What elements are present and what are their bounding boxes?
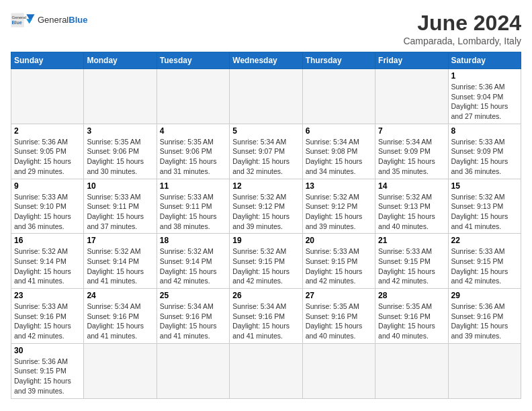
calendar-cell: 25Sunrise: 5:34 AMSunset: 9:16 PMDayligh… [157,289,229,344]
weekday-header: Saturday [448,52,521,69]
calendar-week-row: 16Sunrise: 5:32 AMSunset: 9:14 PMDayligh… [11,234,521,289]
day-info: Sunrise: 5:32 AMSunset: 9:15 PMDaylight:… [232,246,299,286]
calendar-table: SundayMondayTuesdayWednesdayThursdayFrid… [11,52,521,399]
day-number: 6 [306,126,372,136]
weekday-header: Wednesday [230,52,302,69]
calendar-header: SundayMondayTuesdayWednesdayThursdayFrid… [11,52,521,69]
day-info: Sunrise: 5:34 AMSunset: 9:07 PMDaylight:… [232,137,299,177]
weekday-row: SundayMondayTuesdayWednesdayThursdayFrid… [11,52,521,69]
day-number: 22 [451,236,518,245]
calendar-cell: 28Sunrise: 5:35 AMSunset: 9:16 PMDayligh… [375,289,448,344]
day-number: 30 [14,346,81,355]
day-info: Sunrise: 5:35 AMSunset: 9:16 PMDaylight:… [378,302,445,341]
day-number: 19 [232,236,299,245]
day-info: Sunrise: 5:33 AMSunset: 9:11 PMDaylight:… [160,192,226,232]
day-number: 15 [451,181,518,191]
day-number: 23 [14,291,81,300]
day-info: Sunrise: 5:33 AMSunset: 9:11 PMDaylight:… [87,192,153,232]
day-number: 21 [378,236,445,245]
weekday-header: Monday [84,52,157,69]
calendar-cell [157,69,229,124]
calendar-cell: 13Sunrise: 5:32 AMSunset: 9:12 PMDayligh… [302,179,375,234]
day-number: 2 [14,126,81,136]
day-number: 7 [378,126,445,136]
day-info: Sunrise: 5:32 AMSunset: 9:14 PMDaylight:… [160,246,226,286]
calendar-week-row: 1Sunrise: 5:36 AMSunset: 9:04 PMDaylight… [11,69,521,124]
day-number: 14 [378,181,445,191]
day-info: Sunrise: 5:32 AMSunset: 9:13 PMDaylight:… [451,192,518,232]
calendar-cell: 17Sunrise: 5:32 AMSunset: 9:14 PMDayligh… [84,234,157,289]
calendar-week-row: 9Sunrise: 5:33 AMSunset: 9:10 PMDaylight… [11,179,521,234]
day-number: 17 [87,236,153,245]
day-number: 12 [232,181,299,191]
day-info: Sunrise: 5:35 AMSunset: 9:16 PMDaylight:… [306,302,372,341]
calendar-cell: 24Sunrise: 5:34 AMSunset: 9:16 PMDayligh… [84,289,157,344]
day-info: Sunrise: 5:35 AMSunset: 9:06 PMDaylight:… [160,137,226,177]
weekday-header: Friday [375,52,448,69]
day-info: Sunrise: 5:33 AMSunset: 9:15 PMDaylight:… [306,246,372,286]
calendar-cell: 6Sunrise: 5:34 AMSunset: 9:08 PMDaylight… [302,124,375,179]
day-number: 4 [160,126,226,136]
calendar-cell [11,69,84,124]
day-info: Sunrise: 5:32 AMSunset: 9:13 PMDaylight:… [378,192,445,232]
calendar-cell: 10Sunrise: 5:33 AMSunset: 9:11 PMDayligh… [84,179,157,234]
calendar-body: 1Sunrise: 5:36 AMSunset: 9:04 PMDaylight… [11,69,521,399]
day-number: 8 [451,126,518,136]
day-number: 1 [451,71,518,81]
calendar-cell [375,69,448,124]
calendar-cell: 2Sunrise: 5:36 AMSunset: 9:05 PMDaylight… [11,124,84,179]
calendar-cell: 1Sunrise: 5:36 AMSunset: 9:04 PMDaylight… [448,69,521,124]
calendar-cell [302,343,375,398]
calendar-cell: 9Sunrise: 5:33 AMSunset: 9:10 PMDaylight… [11,179,84,234]
day-number: 20 [306,236,372,245]
svg-marker-4 [26,19,32,24]
day-info: Sunrise: 5:33 AMSunset: 9:16 PMDaylight:… [14,302,81,341]
calendar-subtitle: Camparada, Lombardy, Italy [403,36,521,46]
day-info: Sunrise: 5:36 AMSunset: 9:16 PMDaylight:… [451,302,518,341]
title-block: June 2024 Camparada, Lombardy, Italy [403,11,521,46]
day-info: Sunrise: 5:35 AMSunset: 9:06 PMDaylight:… [87,137,153,177]
day-number: 25 [160,291,226,300]
day-info: Sunrise: 5:32 AMSunset: 9:14 PMDaylight:… [87,246,153,286]
calendar-week-row: 30Sunrise: 5:36 AMSunset: 9:15 PMDayligh… [11,343,521,398]
calendar-cell: 16Sunrise: 5:32 AMSunset: 9:14 PMDayligh… [11,234,84,289]
day-number: 16 [14,236,81,245]
calendar-cell: 7Sunrise: 5:34 AMSunset: 9:09 PMDaylight… [375,124,448,179]
calendar-cell [230,69,302,124]
day-number: 24 [87,291,153,300]
calendar-cell: 26Sunrise: 5:34 AMSunset: 9:16 PMDayligh… [230,289,302,344]
day-info: Sunrise: 5:34 AMSunset: 9:09 PMDaylight:… [378,137,445,177]
calendar-cell [448,343,521,398]
calendar-cell: 14Sunrise: 5:32 AMSunset: 9:13 PMDayligh… [375,179,448,234]
day-info: Sunrise: 5:33 AMSunset: 9:15 PMDaylight:… [378,246,445,286]
calendar-cell [84,69,157,124]
day-number: 27 [306,291,372,300]
day-info: Sunrise: 5:33 AMSunset: 9:10 PMDaylight:… [14,192,81,232]
page-header: General Blue GeneralBlue June 2024 Campa… [11,11,521,46]
calendar-cell: 22Sunrise: 5:33 AMSunset: 9:15 PMDayligh… [448,234,521,289]
day-info: Sunrise: 5:36 AMSunset: 9:05 PMDaylight:… [14,137,81,177]
calendar-cell [375,343,448,398]
day-info: Sunrise: 5:34 AMSunset: 9:16 PMDaylight:… [87,302,153,341]
day-number: 26 [232,291,299,300]
calendar-cell [157,343,229,398]
day-info: Sunrise: 5:33 AMSunset: 9:09 PMDaylight:… [451,137,518,177]
day-info: Sunrise: 5:32 AMSunset: 9:14 PMDaylight:… [14,246,81,286]
weekday-header: Thursday [302,52,375,69]
calendar-cell: 15Sunrise: 5:32 AMSunset: 9:13 PMDayligh… [448,179,521,234]
calendar-cell: 8Sunrise: 5:33 AMSunset: 9:09 PMDaylight… [448,124,521,179]
day-number: 29 [451,291,518,300]
calendar-cell: 3Sunrise: 5:35 AMSunset: 9:06 PMDaylight… [84,124,157,179]
calendar-cell: 27Sunrise: 5:35 AMSunset: 9:16 PMDayligh… [302,289,375,344]
calendar-cell: 30Sunrise: 5:36 AMSunset: 9:15 PMDayligh… [11,343,84,398]
calendar-title: June 2024 [403,11,521,36]
weekday-header: Sunday [11,52,84,69]
day-info: Sunrise: 5:34 AMSunset: 9:08 PMDaylight:… [306,137,372,177]
calendar-cell: 21Sunrise: 5:33 AMSunset: 9:15 PMDayligh… [375,234,448,289]
svg-text:General: General [11,15,26,19]
calendar-cell: 5Sunrise: 5:34 AMSunset: 9:07 PMDaylight… [230,124,302,179]
calendar-cell: 12Sunrise: 5:32 AMSunset: 9:12 PMDayligh… [230,179,302,234]
day-number: 13 [306,181,372,191]
day-info: Sunrise: 5:32 AMSunset: 9:12 PMDaylight:… [306,192,372,232]
calendar-cell: 23Sunrise: 5:33 AMSunset: 9:16 PMDayligh… [11,289,84,344]
